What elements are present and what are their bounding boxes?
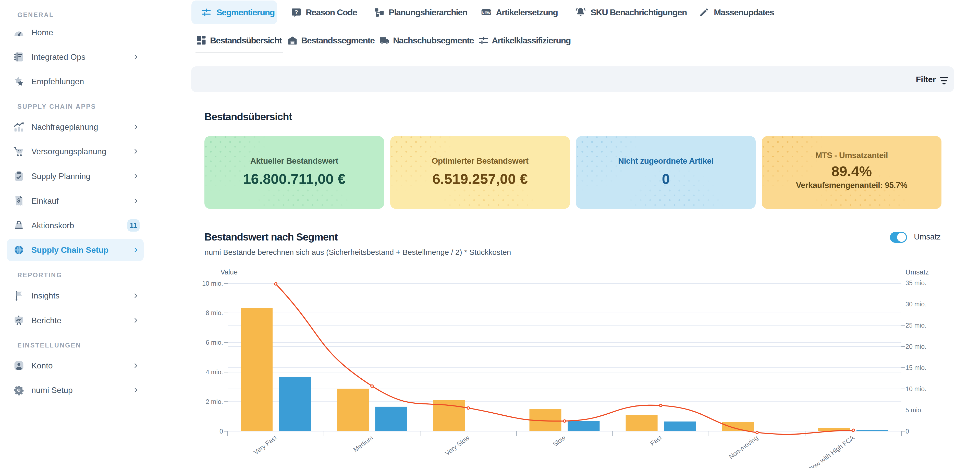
svg-text:Non-moving: Non-moving [728,434,759,460]
svg-text:8 mio.: 8 mio. [206,309,223,316]
svg-text:Slow: Slow [552,434,567,448]
svg-text:20 mio.: 20 mio. [905,343,926,350]
svg-text:Very Slow with High FCA: Very Slow with High FCA [795,434,856,468]
svg-text:35 mio.: 35 mio. [905,279,926,287]
svg-text:4 mio.: 4 mio. [206,368,223,376]
svg-text:Umsatz: Umsatz [905,268,929,276]
svg-text:Value: Value [221,268,238,276]
svg-text:10 mio.: 10 mio. [202,280,223,287]
svg-text:2 mio.: 2 mio. [206,398,223,405]
svg-text:Fast: Fast [649,434,663,447]
svg-text:15 mio.: 15 mio. [905,364,926,371]
svg-text:0: 0 [220,428,223,435]
svg-text:Very Fast: Very Fast [252,434,278,456]
svg-text:25 mio.: 25 mio. [905,322,926,329]
svg-text:5 mio.: 5 mio. [905,406,923,414]
svg-text:Very Slow: Very Slow [444,434,471,457]
svg-text:Medium: Medium [352,434,374,454]
svg-text:10 mio.: 10 mio. [905,385,926,392]
svg-text:6 mio.: 6 mio. [206,339,223,346]
svg-text:30 mio.: 30 mio. [905,301,926,308]
svg-text:0: 0 [905,428,909,435]
